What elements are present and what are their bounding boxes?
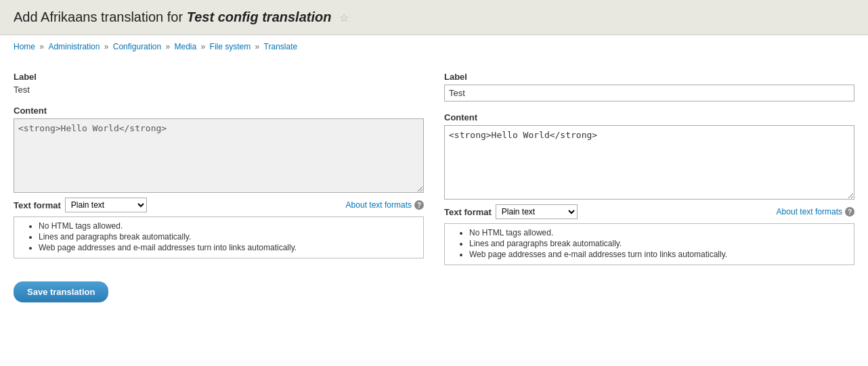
source-format-select[interactable]: Plain text Full HTML Restricted HTML [65, 198, 147, 212]
title-prefix: Add Afrikaans translation for [14, 9, 183, 24]
translation-help-icon[interactable]: ? [845, 207, 854, 216]
source-column: Label Test Content <strong>Hello World</… [14, 65, 424, 265]
source-text-format-label: Text format [14, 200, 61, 210]
translation-content-heading: Content [444, 112, 854, 122]
breadcrumb-sep-3: » [166, 42, 173, 51]
source-help-icon[interactable]: ? [414, 200, 424, 210]
breadcrumb-sep-4: » [201, 42, 208, 51]
breadcrumb-administration[interactable]: Administration [48, 42, 100, 51]
source-format-hints: No HTML tags allowed. Lines and paragrap… [14, 216, 424, 258]
breadcrumb-translate[interactable]: Translate [264, 42, 298, 51]
translation-label-input[interactable] [444, 85, 854, 101]
breadcrumb-sep-1: » [39, 42, 46, 51]
breadcrumb-sep-2: » [104, 42, 111, 51]
translation-content-textarea[interactable]: <strong>Hello World</strong> [444, 125, 854, 200]
breadcrumb-filesystem[interactable]: File system [210, 42, 251, 51]
translation-hint-2: Lines and paragraphs break automatically… [469, 239, 847, 248]
translation-format-hints: No HTML tags allowed. Lines and paragrap… [444, 223, 854, 265]
translation-text-format-label: Text format [444, 207, 492, 217]
title-italic: Test config translation [187, 9, 332, 24]
breadcrumb: Home » Administration » Configuration » … [0, 35, 868, 58]
translation-column: Label Content <strong>Hello World</stron… [444, 65, 854, 265]
source-hint-1: No HTML tags allowed. [39, 221, 416, 231]
translation-label-heading: Label [444, 72, 854, 82]
breadcrumb-sep-5: » [255, 42, 262, 51]
source-label-value: Test [14, 85, 424, 95]
source-label-heading: Label [14, 72, 424, 82]
source-content-heading: Content [14, 106, 424, 116]
breadcrumb-home[interactable]: Home [14, 42, 35, 51]
page-header: Add Afrikaans translation for Test confi… [0, 0, 868, 35]
breadcrumb-configuration[interactable]: Configuration [113, 42, 161, 51]
source-content-textarea[interactable]: <strong>Hello World</strong> [14, 118, 424, 193]
breadcrumb-media[interactable]: Media [175, 42, 197, 51]
source-hint-3: Web page addresses and e-mail addresses … [39, 243, 416, 252]
save-translation-button[interactable]: Save translation [14, 281, 108, 302]
translation-about-link[interactable]: About text formats [777, 207, 842, 216]
source-about-link[interactable]: About text formats [346, 200, 412, 210]
star-icon[interactable]: ☆ [339, 12, 349, 24]
source-hint-2: Lines and paragraphs break automatically… [39, 232, 416, 242]
translation-hint-3: Web page addresses and e-mail addresses … [469, 250, 847, 259]
translation-hint-1: No HTML tags allowed. [469, 228, 847, 237]
translation-format-select[interactable]: Plain text Full HTML Restricted HTML [496, 204, 578, 219]
